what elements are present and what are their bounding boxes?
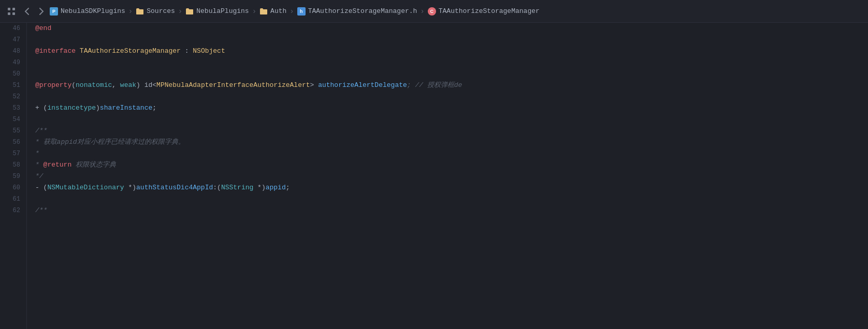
code-token: */ — [35, 172, 44, 180]
code-content[interactable]: @end @interface TAAuthorizeStorageManage… — [27, 23, 868, 329]
line-number: 53 — [0, 102, 26, 114]
code-token: NSObject — [193, 47, 225, 55]
nav-item-class[interactable]: C TAAuthorizeStorageManager — [428, 7, 540, 16]
code-token: @property — [35, 81, 71, 89]
nav-item-nebulasdk[interactable]: P NebulaSDKPlugins — [50, 7, 125, 16]
forward-button[interactable] — [35, 5, 48, 18]
line-number: 54 — [0, 114, 26, 125]
nav-label-class: TAAuthorizeStorageManager — [439, 7, 540, 15]
code-line: /** — [35, 205, 868, 216]
nav-item-file-h[interactable]: h TAAuthorizeStorageManager.h — [297, 7, 417, 16]
code-token: 权限状态字典 — [71, 161, 116, 169]
code-line: + (instancetype)shareInstance; — [35, 102, 868, 114]
line-number: 52 — [0, 91, 26, 102]
grid-icon[interactable] — [4, 4, 19, 19]
code-line — [35, 91, 868, 102]
code-token: ; // 授权弹框de — [407, 81, 462, 89]
code-line — [35, 193, 868, 205]
svg-rect-2 — [8, 12, 10, 15]
code-token: appid — [266, 184, 286, 191]
line-number: 55 — [0, 125, 26, 137]
code-token: authorizeAlertDelegate — [318, 81, 407, 89]
code-token: *) — [253, 184, 265, 191]
editor-area: 4647484950515253545556575859606162 @end … — [0, 23, 868, 329]
line-number: 50 — [0, 68, 26, 80]
code-token: MPNebulaAdapterInterfaceAuthorizeAlert — [156, 81, 310, 89]
code-line: - (NSMutableDictionary *)authStatusDic4A… — [35, 182, 868, 193]
nav-label-nebulasdk: NebulaSDKPlugins — [61, 7, 125, 15]
sep-2: › — [178, 7, 182, 16]
code-line: /** — [35, 125, 868, 137]
code-token: ; — [286, 184, 290, 191]
line-number: 58 — [0, 159, 26, 171]
nav-item-nebulaplugins[interactable]: NebulaPlugins — [185, 7, 249, 16]
code-token: shareInstance — [100, 104, 152, 112]
code-token: /** — [35, 127, 47, 134]
line-number: 59 — [0, 171, 26, 182]
svg-rect-3 — [12, 12, 15, 15]
folder-icon-nebula — [185, 7, 194, 16]
nav-item-sources[interactable]: Sources — [136, 7, 175, 16]
code-line — [35, 34, 868, 46]
line-number: 48 — [0, 46, 26, 57]
code-token: *) — [124, 184, 136, 191]
code-line: * @return 权限状态字典 — [35, 159, 868, 171]
line-number: 51 — [0, 80, 26, 91]
code-token: : — [181, 47, 193, 55]
sep-4: › — [290, 7, 294, 16]
code-token: + ( — [35, 104, 47, 112]
line-number: 61 — [0, 193, 26, 205]
code-token: , — [112, 81, 120, 89]
line-number: 62 — [0, 205, 26, 216]
code-token: @interface — [35, 47, 80, 55]
code-line: * 获取appid对应小程序已经请求过的权限字典。 — [35, 137, 868, 148]
sep-5: › — [420, 7, 424, 16]
code-token: authStatusDic4AppId — [136, 184, 213, 191]
nav-label-auth: Auth — [270, 7, 286, 15]
code-token: @return — [44, 161, 72, 169]
code-token: weak — [120, 81, 136, 89]
code-line: * — [35, 148, 868, 159]
proj-icon: P — [50, 7, 58, 16]
line-number: 56 — [0, 137, 26, 148]
line-numbers: 4647484950515253545556575859606162 — [0, 23, 27, 329]
code-token: * — [35, 149, 39, 157]
file-c-icon: C — [428, 7, 436, 16]
folder-icon-auth — [259, 7, 268, 16]
code-token: NSString — [221, 184, 253, 191]
code-token: instancetype — [47, 104, 96, 112]
folder-icon-sources — [136, 7, 144, 16]
line-number: 57 — [0, 148, 26, 159]
code-token: TAAuthorizeStorageManager — [80, 47, 181, 55]
code-line — [35, 57, 868, 68]
code-token: * 获取appid对应小程序已经请求过的权限字典。 — [35, 138, 185, 146]
code-token: ) — [96, 104, 100, 112]
code-line: @property(nonatomic, weak) id<MPNebulaAd… — [35, 80, 868, 91]
code-token: ) id< — [136, 81, 156, 89]
code-line: @end — [35, 23, 868, 34]
code-token: NSMutableDictionary — [47, 184, 124, 191]
nav-item-auth[interactable]: Auth — [259, 7, 286, 16]
code-line: @interface TAAuthorizeStorageManager : N… — [35, 46, 868, 57]
code-token: ; — [152, 104, 156, 112]
file-h-icon: h — [297, 7, 306, 16]
code-token: > — [310, 81, 319, 89]
code-token: /** — [35, 206, 47, 214]
nav-label-file-h: TAAuthorizeStorageManager.h — [308, 7, 417, 15]
sep-3: › — [252, 7, 256, 16]
code-token: :( — [213, 184, 221, 191]
svg-rect-1 — [12, 8, 15, 10]
line-number: 49 — [0, 57, 26, 68]
code-token: ( — [71, 81, 76, 89]
code-token: nonatomic — [76, 81, 112, 89]
line-number: 47 — [0, 34, 26, 46]
code-line — [35, 68, 868, 80]
nav-bar: P NebulaSDKPlugins › Sources › NebulaPlu… — [0, 0, 868, 23]
nav-label-sources: Sources — [147, 7, 175, 15]
line-number: 46 — [0, 23, 26, 34]
sep-1: › — [128, 7, 133, 16]
code-token: @end — [35, 24, 51, 32]
back-button[interactable] — [21, 5, 33, 18]
code-line: */ — [35, 171, 868, 182]
svg-rect-0 — [8, 8, 10, 10]
